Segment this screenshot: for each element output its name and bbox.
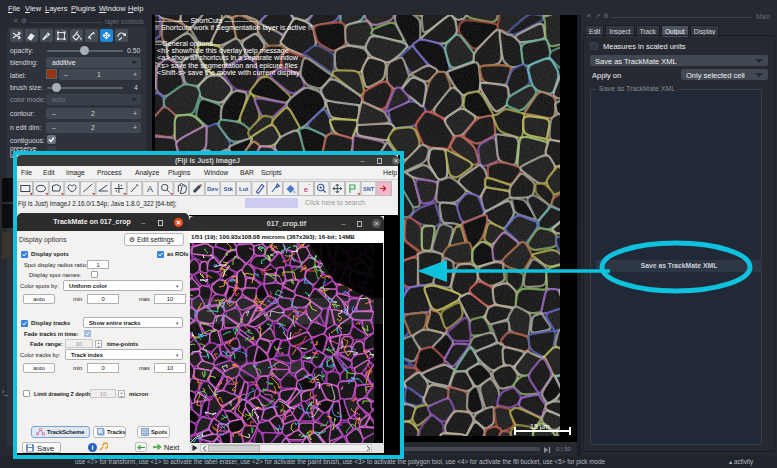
svg-text:A: A xyxy=(147,184,153,194)
svg-text:Stk: Stk xyxy=(223,186,233,192)
svg-text:Lut: Lut xyxy=(239,186,248,192)
svg-text:Dev: Dev xyxy=(207,186,219,192)
svg-text:SNT: SNT xyxy=(363,186,375,192)
svg-text:e: e xyxy=(304,185,309,194)
